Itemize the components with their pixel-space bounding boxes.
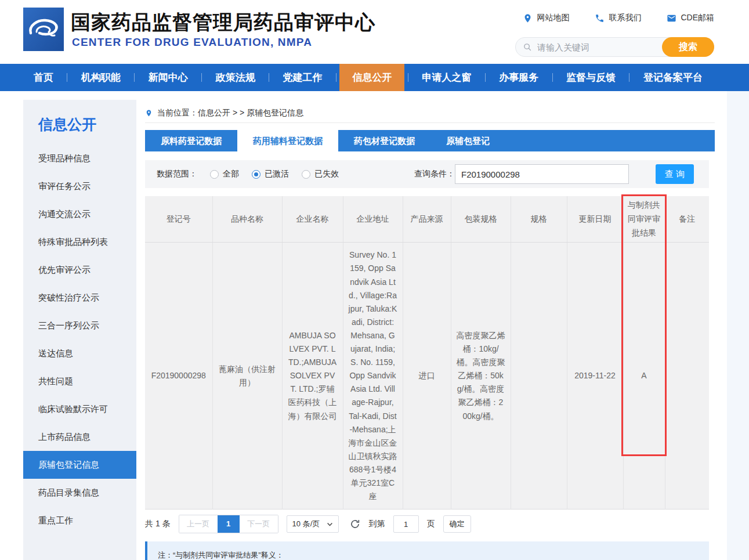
- cde-logo: [23, 8, 64, 51]
- goto-page-input[interactable]: [393, 515, 419, 533]
- query-button[interactable]: 查 询: [656, 164, 694, 184]
- col-header-remark: 备注: [665, 196, 709, 243]
- sitemap-link[interactable]: 网站地图: [523, 13, 569, 23]
- search-button[interactable]: 搜索: [662, 37, 714, 57]
- sidebar-item-common-issues[interactable]: 共性问题: [23, 367, 136, 395]
- cell-remark: [665, 243, 709, 510]
- radio-label-expired: 已失效: [314, 169, 339, 179]
- radio-label-all: 全部: [223, 169, 239, 179]
- nav-separator: [269, 73, 269, 82]
- nav-separator: [629, 73, 629, 82]
- contact-label: 联系我们: [609, 13, 641, 23]
- sidebar-item-breakthrough-therapy[interactable]: 突破性治疗公示: [23, 284, 136, 312]
- sidebar-item-marketed-drugs[interactable]: 上市药品信息: [23, 423, 136, 451]
- sidebar-item-key-work[interactable]: 重点工作: [23, 507, 136, 534]
- fish-logo-icon: [23, 8, 64, 51]
- col-header-product-name: 品种名称: [212, 196, 282, 243]
- header-search: 搜索: [515, 37, 714, 57]
- scope-label: 数据范围：: [157, 169, 197, 179]
- page-right-strip: [727, 91, 749, 560]
- main-content: 当前位置：信息公开 > > 原辅包登记信息 原料药登记数据 药用辅料登记数据 药…: [145, 100, 715, 560]
- goto-label: 到第: [369, 519, 385, 529]
- nav-separator: [336, 73, 336, 82]
- tab-api-registration[interactable]: 原料药登记数据: [145, 130, 237, 151]
- page-number-1[interactable]: 1: [218, 515, 240, 533]
- col-header-co-review-result: 与制剂共同审评审批结果: [623, 196, 665, 243]
- radio-circle-icon: [302, 170, 310, 179]
- nav-separator: [67, 73, 67, 82]
- tab-packaging-registration[interactable]: 药包材登记数据: [338, 130, 430, 151]
- col-header-company-name: 企业名称: [282, 196, 343, 243]
- col-header-update-date: 更新日期: [567, 196, 623, 243]
- location-pin-icon: [145, 109, 153, 118]
- pagination: 共 1 条 上一页 1 下一页 10 条/页 到第 页 确定: [145, 515, 715, 533]
- nav-item-functions[interactable]: 机构职能: [71, 64, 131, 91]
- nav-separator: [552, 73, 553, 82]
- site-title-cn: 国家药品监督管理局药品审评中心: [71, 9, 375, 36]
- radio-option-expired[interactable]: 已失效: [302, 169, 339, 179]
- query-condition-label: 查询条件：: [414, 169, 455, 179]
- prev-page-button[interactable]: 上一页: [179, 515, 218, 533]
- col-header-company-address: 企业地址: [343, 196, 403, 243]
- query-condition-input[interactable]: [455, 164, 629, 184]
- sidebar-item-accepted-varieties[interactable]: 受理品种信息: [23, 144, 136, 172]
- site-title-en: CENTER FOR DRUG EVALUATION, NMPA: [72, 36, 312, 49]
- sidebar-item-three-in-one[interactable]: 三合一序列公示: [23, 312, 136, 339]
- nav-item-news[interactable]: 新闻中心: [138, 64, 198, 91]
- results-table: 登记号 品种名称 企业名称 企业地址 产品来源 包装规格 规格 更新日期 与制剂…: [145, 196, 709, 510]
- refresh-icon[interactable]: [349, 518, 361, 530]
- nav-separator: [201, 73, 202, 82]
- nav-separator: [134, 73, 135, 82]
- cde-mail-label: CDE邮箱: [681, 13, 714, 23]
- sidebar-item-review-tasks[interactable]: 审评任务公示: [23, 172, 136, 200]
- cell-company-name: AMBUJA SOLVEX PVT. LTD.;AMBUJA SOLVEX PV…: [282, 243, 343, 510]
- nav-item-supervision[interactable]: 监督与反馈: [556, 64, 626, 91]
- breadcrumb-text: 当前位置：信息公开 > > 原辅包登记信息: [157, 108, 303, 118]
- phone-icon: [595, 13, 605, 23]
- contact-link[interactable]: 联系我们: [595, 13, 641, 23]
- chevron-down-icon: [327, 522, 333, 526]
- sidebar-item-special-approval[interactable]: 特殊审批品种列表: [23, 228, 136, 256]
- sidebar-item-delivery-info[interactable]: 送达信息: [23, 339, 136, 367]
- sidebar-item-raw-material-registration[interactable]: 原辅包登记信息: [23, 451, 136, 479]
- nav-item-party[interactable]: 党建工作: [273, 64, 333, 91]
- cell-reg-no: F20190000298: [145, 243, 212, 510]
- main-nav: 首页 机构职能 新闻中心 政策法规 党建工作 信息公开 申请人之窗 办事服务 监…: [0, 64, 749, 91]
- cell-package-spec: 高密度聚乙烯桶：10kg/桶。高密度聚乙烯桶：50kg/桶。高密度聚乙烯桶：20…: [451, 243, 511, 510]
- col-header-package-spec: 包装规格: [451, 196, 511, 243]
- col-header-product-source: 产品来源: [403, 196, 451, 243]
- sidebar-title: 信息公开: [23, 100, 136, 140]
- search-input[interactable]: [537, 42, 653, 52]
- nav-separator: [485, 73, 486, 82]
- page-size-select[interactable]: 10 条/页: [287, 515, 339, 533]
- next-page-button[interactable]: 下一页: [240, 515, 278, 533]
- nav-item-info-disclosure[interactable]: 信息公开: [339, 64, 404, 91]
- filter-bar: 数据范围： 全部 已激活 已失效 查询条件： 查 询: [145, 160, 709, 188]
- nav-item-home[interactable]: 首页: [23, 64, 64, 91]
- sidebar-menu: 受理品种信息 审评任务公示 沟通交流公示 特殊审批品种列表 优先审评公示 突破性…: [23, 144, 136, 534]
- tab-bar: 原料药登记数据 药用辅料登记数据 药包材登记数据 原辅包登记: [145, 130, 715, 151]
- confirm-button[interactable]: 确定: [443, 515, 471, 533]
- breadcrumb: 当前位置：信息公开 > > 原辅包登记信息: [145, 103, 715, 123]
- results-table-wrap: 登记号 品种名称 企业名称 企业地址 产品来源 包装规格 规格 更新日期 与制剂…: [145, 196, 709, 510]
- nav-item-services[interactable]: 办事服务: [489, 64, 549, 91]
- mail-icon: [667, 13, 676, 23]
- sidebar: 信息公开 受理品种信息 审评任务公示 沟通交流公示 特殊审批品种列表 优先审评公…: [23, 100, 136, 560]
- page-button-group: 上一页 1 下一页: [179, 515, 278, 533]
- radio-option-all[interactable]: 全部: [210, 169, 239, 179]
- sidebar-item-priority-review[interactable]: 优先审评公示: [23, 256, 136, 284]
- search-icon: [523, 42, 533, 52]
- nav-item-registration-platform[interactable]: 登记备案平台: [633, 64, 713, 91]
- sidebar-item-communication[interactable]: 沟通交流公示: [23, 200, 136, 228]
- tab-excipient-registration[interactable]: 药用辅料登记数据: [237, 130, 338, 151]
- tab-raw-material-package[interactable]: 原辅包登记: [430, 130, 505, 151]
- sidebar-item-drug-catalog[interactable]: 药品目录集信息: [23, 479, 136, 507]
- nav-item-policy[interactable]: 政策法规: [205, 64, 266, 91]
- cde-mail-link[interactable]: CDE邮箱: [667, 13, 714, 23]
- location-pin-icon: [523, 13, 533, 23]
- nav-item-applicant[interactable]: 申请人之窗: [411, 64, 482, 91]
- sidebar-item-clinical-trial-license[interactable]: 临床试验默示许可: [23, 395, 136, 423]
- note-title: 注：“与制剂共同审评审批结果”释义：: [158, 549, 699, 560]
- radio-option-activated[interactable]: 已激活: [252, 169, 289, 179]
- radio-checked-icon: [252, 170, 260, 179]
